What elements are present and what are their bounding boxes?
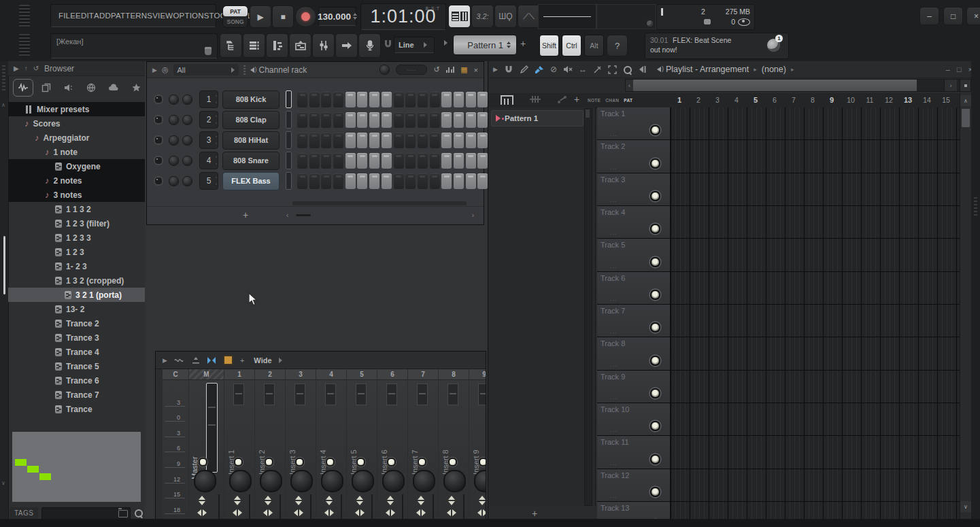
step-button[interactable]	[466, 92, 476, 107]
step-button[interactable]	[333, 92, 343, 107]
rack-grid-icon[interactable]: ▦	[460, 65, 467, 74]
time-display[interactable]: 1:01:00 B:S:T	[360, 3, 446, 30]
strip-fader-slot[interactable]	[325, 384, 336, 405]
step-button[interactable]	[382, 173, 392, 189]
track-menu-dots[interactable]: ...	[610, 460, 618, 466]
step-button[interactable]	[369, 92, 379, 107]
menu-item-patterns[interactable]: PATTERNS	[111, 12, 152, 20]
step-button[interactable]	[369, 112, 379, 128]
browser-item[interactable]: 1 2 3 (filter)	[8, 216, 145, 231]
browser-item[interactable]: Trance 3	[8, 330, 145, 345]
strip-led[interactable]	[418, 458, 426, 466]
mixer-view-button[interactable]	[312, 33, 335, 58]
select-tool-icon[interactable]	[608, 65, 617, 74]
playlist-add-button[interactable]: +	[574, 94, 579, 105]
step-button[interactable]	[477, 112, 488, 128]
mixer-layout-selector[interactable]: Wide	[254, 356, 271, 364]
wait-for-input-toggle[interactable]: ШϘ	[494, 5, 517, 28]
strip-number-header[interactable]: 1	[224, 369, 254, 380]
step-button[interactable]	[405, 153, 416, 169]
strip-pan-knob[interactable]	[474, 470, 486, 492]
snap-selector[interactable]: Line	[394, 37, 435, 53]
playlist-timeline[interactable]: 12345678910111213141516	[670, 93, 980, 107]
channel-name-button[interactable]: 808 Snare	[222, 152, 280, 170]
step-button[interactable]	[466, 133, 476, 148]
browser-item[interactable]: Trance 6	[8, 373, 145, 388]
strip-number-header[interactable]: 4	[316, 369, 346, 380]
toolbar-grip[interactable]	[19, 5, 30, 27]
blend-notes-toggle[interactable]: ⟋⟍	[518, 5, 540, 28]
minimize-button[interactable]: –	[919, 7, 939, 25]
step-button[interactable]	[430, 153, 440, 169]
slip-tool-icon[interactable]: ↔	[579, 65, 587, 73]
channel-target-fader[interactable]	[286, 172, 292, 190]
ctrl-modifier-button[interactable]: Ctrl	[562, 35, 581, 56]
track-menu-dots[interactable]: ...	[610, 295, 618, 302]
channel-pan-knob[interactable]	[169, 156, 179, 166]
track-enable-led[interactable]	[650, 224, 660, 234]
tempo-display[interactable]: 130.000	[318, 7, 356, 26]
track-grid-lane[interactable]	[671, 305, 960, 337]
mixer-menu-arrow[interactable]: ▶	[163, 357, 167, 364]
step-button[interactable]	[405, 112, 416, 128]
vscroll-down-button[interactable]: ∨	[960, 501, 971, 512]
track-enable-led[interactable]	[650, 356, 660, 366]
browser-scrollbar[interactable]: ∧ ∨	[1, 102, 7, 490]
mixer-strip[interactable]: Master	[189, 380, 224, 527]
browser-item[interactable]: 1 2 3	[8, 245, 145, 259]
step-button[interactable]	[321, 173, 331, 189]
mixer-strip[interactable]: Insert 6	[377, 380, 407, 527]
tab-files[interactable]	[37, 80, 56, 96]
step-button[interactable]	[454, 112, 464, 128]
channel-pan-knob[interactable]	[169, 115, 179, 125]
channel-mute-led[interactable]	[154, 135, 163, 145]
typing-keyboard-to-piano-toggle[interactable]	[448, 5, 471, 28]
browser-item[interactable]: 1 1 3 2	[8, 202, 145, 216]
step-button[interactable]	[369, 153, 379, 169]
mixer-add-icon[interactable]: +	[240, 356, 244, 364]
mixer-route-icon[interactable]	[192, 356, 200, 364]
playlist-maximize-button[interactable]: □	[957, 65, 962, 73]
strip-led[interactable]	[448, 458, 457, 466]
strip-led[interactable]	[387, 458, 396, 466]
step-button[interactable]	[405, 173, 416, 189]
channel-number-badge[interactable]: 2	[199, 111, 218, 129]
step-button[interactable]	[357, 173, 367, 189]
channel-name-button[interactable]: 808 HiHat	[222, 131, 280, 150]
pattern-prev-arrow[interactable]	[444, 40, 447, 46]
channel-volume-knob[interactable]	[182, 115, 192, 125]
browser-item[interactable]: Mixer presets	[8, 102, 145, 116]
track-grid-lane[interactable]	[671, 140, 960, 172]
channel-pan-knob[interactable]	[169, 95, 179, 105]
step-button[interactable]	[441, 153, 452, 169]
track-enable-led[interactable]	[650, 322, 660, 333]
step-button[interactable]	[394, 173, 404, 189]
menu-item-options[interactable]: OPTIONS	[173, 12, 209, 20]
channel-target-fader[interactable]	[286, 131, 292, 149]
step-button[interactable]	[309, 92, 320, 107]
step-button[interactable]	[477, 153, 488, 169]
track-header[interactable]: Track 11...	[597, 436, 671, 468]
rack-scroll-left-icon[interactable]: ‹	[286, 211, 288, 219]
strip-number-header[interactable]: 6	[377, 369, 407, 380]
browser-up-icon[interactable]: ↑	[24, 65, 28, 72]
channel-volume-knob[interactable]	[182, 135, 192, 146]
channel-volume-knob[interactable]	[182, 156, 192, 166]
channel-mute-led[interactable]	[154, 115, 163, 124]
rack-target-icon[interactable]: ◎	[162, 65, 169, 74]
playlist-magnet-icon[interactable]	[504, 65, 513, 74]
track-header[interactable]: Track 7...	[597, 305, 671, 337]
rack-scroll-handle[interactable]	[296, 214, 311, 216]
pattern-play-icon[interactable]	[496, 115, 501, 122]
timeline-bar-number[interactable]: 13	[898, 93, 917, 107]
step-button[interactable]	[309, 112, 320, 128]
tempo-spinner[interactable]	[353, 13, 357, 20]
record-audio-button[interactable]	[358, 33, 381, 58]
track-header[interactable]: Track 10...	[597, 403, 671, 435]
track-enable-led[interactable]	[650, 191, 660, 201]
channel-name-button[interactable]: 808 Kick	[222, 90, 280, 109]
strip-number-header[interactable]: 5	[347, 369, 377, 380]
channel-target-fader[interactable]	[286, 111, 292, 129]
channel-name-button[interactable]: 808 Clap	[222, 111, 280, 129]
tab-online[interactable]	[82, 80, 101, 96]
